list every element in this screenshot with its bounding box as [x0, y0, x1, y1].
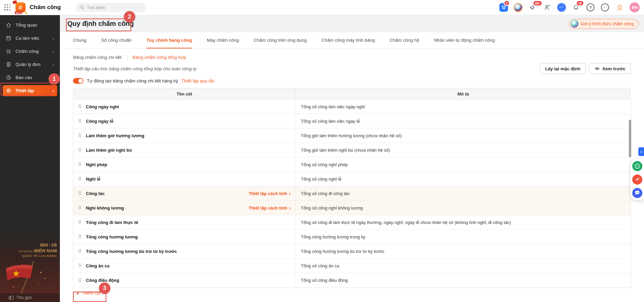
live-chat-button[interactable] — [632, 188, 642, 198]
tab-cham-cong-ho[interactable]: Chấm công hộ — [390, 32, 419, 48]
drag-handle-icon[interactable] — [78, 133, 81, 138]
banner-date-range: 30/4 - 1/5 — [18, 242, 57, 248]
plus-icon — [76, 290, 79, 296]
collapse-panel-icon — [9, 296, 13, 300]
add-column-label: Thêm cột — [82, 291, 101, 296]
chevron-right-icon — [289, 191, 291, 196]
drag-handle-icon[interactable] — [78, 148, 81, 152]
setup-calculation-link[interactable]: Thiết lập cách tính — [249, 191, 291, 196]
chat-face-icon — [634, 163, 640, 169]
sidebar-item-cham-cong[interactable]: Chấm công — [3, 46, 57, 57]
tab-cham-cong-may-tinh-bang[interactable]: Chấm công máy tính bảng — [322, 32, 375, 48]
suggest-avatar-icon — [571, 20, 578, 28]
drag-handle-icon[interactable] — [78, 220, 81, 225]
help-button[interactable] — [586, 3, 595, 12]
announcements-button[interactable]: 99+ — [528, 3, 537, 12]
report-icon — [6, 75, 11, 80]
suggest-timekeeping-button[interactable]: Gợi ý hình thức chấm công — [569, 19, 639, 29]
drag-handle-icon[interactable] — [78, 119, 81, 123]
app-title: Chấm công — [30, 4, 61, 11]
table-row: Công điều động Tổng số công điều động — [73, 273, 631, 288]
sparkle-icon — [635, 177, 640, 183]
search-box[interactable] — [76, 3, 146, 12]
subtabs: Bảng chấm công chi tiết Bảng chấm công t… — [73, 54, 631, 60]
store-cart-button[interactable]: 2 — [499, 3, 508, 12]
drag-handle-icon[interactable] — [78, 234, 81, 239]
whats-new-button[interactable] — [615, 3, 624, 12]
drag-handle-icon[interactable] — [78, 162, 81, 167]
profile-avatar[interactable]: ĐN — [630, 2, 640, 12]
suggest-button-label: Gợi ý hình thức chấm công — [581, 21, 634, 26]
tab-nhan-vien-tu-dong-cham-cong[interactable]: Nhân viên tự động chấm công — [434, 32, 495, 48]
subtab-bang-cham-cong-tong-hop[interactable]: Bảng chấm công tổng hợp — [133, 55, 186, 60]
preview-button[interactable]: Xem trước — [589, 63, 631, 74]
chevron-right-icon — [52, 36, 54, 41]
drag-handle-icon[interactable] — [78, 249, 81, 254]
page-title: Quy định chấm công — [67, 20, 134, 28]
sidebar-item-thiet-lap[interactable]: Thiết lập — [3, 85, 57, 96]
topbar: 30-4 Chấm công 2 99+ 18 ĐN — [0, 0, 644, 15]
ai-assistant-button[interactable] — [632, 175, 642, 185]
collapse-sidebar-button[interactable]: Thu gọn — [0, 293, 60, 302]
question-icon — [586, 3, 595, 11]
table-row: Nghỉ lễ Tổng số công nghỉ lễ — [73, 172, 631, 186]
drag-handle-icon[interactable] — [78, 191, 81, 196]
app-launcher-icon[interactable] — [4, 4, 11, 11]
sidebar-item-label: Chấm công — [15, 49, 39, 54]
setup-rules-link[interactable]: Thiết lập quy tắc — [181, 78, 215, 83]
tab-may-cham-cong[interactable]: Máy chấm công — [207, 32, 239, 48]
table-header: Tên cột Mô tả — [73, 88, 631, 100]
subtab-bang-cham-cong-chi-tiet[interactable]: Bảng chấm công chi tiết — [73, 55, 121, 60]
drag-handle-icon[interactable] — [78, 177, 81, 181]
announcements-badge: 99+ — [533, 0, 542, 6]
avatar-image — [514, 3, 523, 12]
app-logo[interactable]: 30-4 — [14, 2, 27, 13]
search-input[interactable] — [87, 5, 142, 10]
drag-handle-icon[interactable] — [78, 104, 81, 109]
table-row: Công ngày nghỉ Tổng số công làm việc ngà… — [73, 100, 631, 114]
summary-columns-table: Tên cột Mô tả Công ngày nghỉ Tổng số côn… — [73, 88, 631, 288]
tab-cham-cong-tren-ung-dung[interactable]: Chấm công trên ứng dụng — [254, 32, 307, 48]
tab-chung[interactable]: Chung — [73, 32, 86, 48]
setup-calculation-link[interactable]: Thiết lập cách tính — [249, 205, 291, 211]
sidebar-item-bao-cao[interactable]: Báo cáo — [3, 72, 57, 83]
tab-so-cong-chuan[interactable]: Số công chuẩn — [101, 32, 132, 48]
tabs-row: Chung Số công chuẩn Tùy chỉnh bảng công … — [60, 32, 644, 49]
table-row: Công ăn ca Tổng số công ăn ca — [73, 259, 631, 273]
vertical-scrollbar-thumb[interactable] — [629, 120, 631, 157]
flag-illustration: ★ — [1, 259, 52, 296]
reset-default-button[interactable]: Lấy lại mặc định — [540, 63, 586, 74]
main-content: Quy định chấm công Gợi ý hình thức chấm … — [60, 15, 644, 302]
sidebar-item-ca-lam-viec[interactable]: Ca làm việc — [3, 33, 57, 44]
more-options-button[interactable] — [601, 3, 609, 12]
sidebar: Tổng quan Ca làm việc Chấm công Quản lý … — [0, 15, 60, 302]
settings-panel: Chung Số công chuẩn Tùy chỉnh bảng công … — [60, 32, 644, 302]
subtab-divider — [127, 54, 127, 60]
sidebar-item-label: Báo cáo — [15, 75, 32, 80]
chevron-right-icon — [52, 49, 54, 54]
auto-generate-toggle[interactable] — [73, 78, 83, 84]
sidebar-item-label: Tổng quan — [15, 23, 37, 28]
add-user-button[interactable] — [543, 3, 551, 12]
checklist-icon — [6, 48, 11, 54]
home-icon — [6, 22, 11, 28]
zalo-support-button[interactable] — [632, 161, 642, 171]
drag-handle-icon[interactable] — [78, 205, 81, 210]
tab-tuy-chinh-bang-cong[interactable]: Tùy chỉnh bảng công — [146, 32, 192, 48]
chat-bubble-icon — [634, 190, 640, 196]
section-description: Thiết lập cấu trúc bảng chấm công tổng h… — [73, 66, 196, 71]
document-icon — [6, 62, 11, 67]
drag-handle-icon[interactable] — [78, 278, 81, 283]
expand-side-panel-tab[interactable] — [638, 147, 644, 156]
sidebar-item-tong-quan[interactable]: Tổng quan — [3, 20, 57, 31]
table-row: Công ngày lễ Tổng số công làm việc ngày … — [73, 114, 631, 128]
secondary-avatar[interactable] — [514, 3, 523, 12]
calendar-icon — [6, 35, 11, 41]
drag-handle-icon[interactable] — [78, 263, 81, 268]
messenger-button[interactable] — [557, 3, 566, 12]
add-column-button[interactable]: Thêm cột — [76, 290, 101, 296]
banner-line3: QUỐC TẾ LAO ĐỘNG — [18, 254, 57, 258]
star-decoration-icon — [24, 11, 28, 15]
notifications-button[interactable]: 18 — [572, 3, 580, 12]
sidebar-item-quan-ly-don[interactable]: Quản lý đơn — [3, 59, 57, 70]
